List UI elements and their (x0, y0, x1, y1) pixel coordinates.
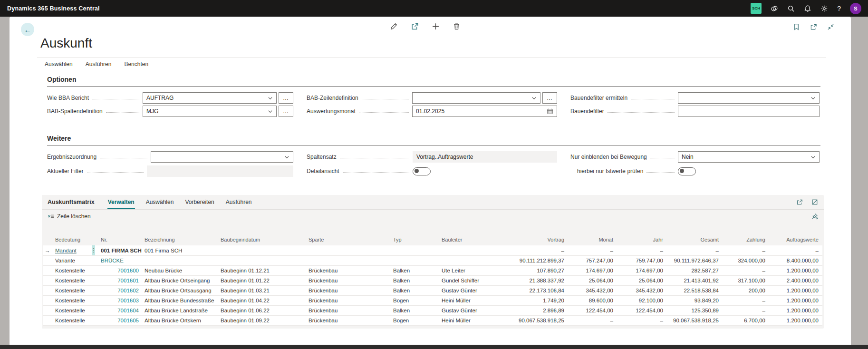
pin-icon[interactable] (811, 213, 818, 220)
column-header-zahlung[interactable]: Zahlung (723, 235, 769, 245)
nr-link[interactable]: 7001600 (117, 268, 139, 273)
cell-monat: 174.697,00 (568, 266, 617, 276)
delete-line-button[interactable]: Zeile löschen (48, 213, 91, 220)
search-icon[interactable] (787, 5, 795, 12)
table-row-kostenstelle[interactable]: Kostenstelle7001604Altbau Brücke Landstr… (43, 306, 822, 316)
share-icon[interactable] (411, 22, 419, 30)
calendar-icon[interactable] (547, 108, 553, 115)
cell-baubeginndatum (219, 256, 307, 266)
cell-nr[interactable]: 7001602 (99, 286, 143, 296)
tab-auswaehlen[interactable]: Auswählen (145, 196, 174, 209)
expand-part-icon[interactable] (811, 199, 818, 205)
table-row-mandant[interactable]: →Mandant⋮001 FIRMA SCH001 Firma SCH–––––… (43, 245, 822, 256)
ergebniszuordnung-select[interactable] (151, 151, 293, 163)
copilot-icon[interactable] (771, 5, 778, 12)
cell-nr[interactable]: 7001604 (99, 306, 143, 316)
cell-bedeutung[interactable]: Mandant (53, 245, 90, 256)
column-header-empty[interactable] (43, 235, 53, 245)
cell-baubeginndatum: Baubeginn 01.06.22 (219, 306, 307, 316)
table-row-kostenstelle[interactable]: Kostenstelle7001603Altbau Brücke Bundess… (43, 296, 822, 306)
cell-nr[interactable]: 7001600 (99, 266, 143, 276)
cell-monat: 89.600,00 (568, 296, 617, 306)
table-row-kostenstelle[interactable]: Kostenstelle7001602Altbau Brücke Ortsaus… (43, 286, 822, 296)
cell-nr[interactable]: 7001603 (99, 296, 143, 306)
table-row-kostenstelle[interactable]: Kostenstelle7001605Altbau Brücke Ortsker… (43, 316, 822, 326)
bab-zeilendefinition-select[interactable] (412, 92, 540, 104)
row-context-menu-icon[interactable]: ⋮ (92, 245, 95, 255)
nr-link[interactable]: 7001604 (117, 308, 139, 313)
column-header-vortrag[interactable]: Vortrag (510, 235, 568, 245)
column-header-bauleiter[interactable]: Bauleiter (440, 235, 510, 245)
user-avatar[interactable]: S (850, 3, 861, 14)
field-spaltensatz: Spaltensatz Vortrag..Auftragswerte (307, 151, 557, 163)
column-header-bezeichnung[interactable]: Bezeichnung (143, 235, 219, 245)
cell-row-menu[interactable]: ⋮ (90, 245, 99, 256)
table-row-kostenstelle[interactable]: Kostenstelle7001600Neubau BrückeBaubegin… (43, 266, 822, 276)
auswertungsmonat-date-input[interactable]: 01.02.2025 (412, 106, 557, 117)
column-header-empty[interactable] (90, 235, 99, 245)
nr-link[interactable]: 7001605 (117, 318, 139, 323)
settings-gear-icon[interactable] (820, 5, 828, 12)
share-part-icon[interactable] (796, 199, 803, 205)
column-header-jahr[interactable]: Jahr (617, 235, 667, 245)
istwerte-pruefen-toggle[interactable] (678, 167, 696, 175)
bab-spaltendefinition-lookup-button[interactable]: … (279, 106, 293, 117)
page-corner-icons (793, 23, 834, 30)
table-row-variante[interactable]: VarianteBRÜCKE90.111.212.899,37757.247,0… (43, 256, 822, 266)
environment-badge[interactable]: SCH (751, 3, 762, 14)
nr-link[interactable]: BRÜCKE (101, 258, 124, 263)
bauendefilter-ermitteln-select[interactable] (678, 92, 820, 104)
tab-verwalten[interactable]: Verwalten (107, 196, 135, 209)
field-istwerte-pruefen: hierbei nur Istwerte prüfen (577, 165, 820, 177)
row-selector-arrow (43, 286, 53, 296)
table-header-row: BedeutungNr.BezeichnungBaubeginndatumSpa… (43, 235, 822, 245)
column-header-gesamt[interactable]: Gesamt (667, 235, 723, 245)
tab-ausfuehren[interactable]: Ausführen (225, 196, 252, 209)
mandant-link[interactable]: Mandant (55, 248, 77, 253)
dotted-leader (650, 158, 675, 158)
date-value: 01.02.2025 (416, 108, 444, 115)
delete-trash-icon[interactable] (453, 22, 461, 30)
menu-berichten[interactable]: Berichten (124, 61, 148, 68)
column-header-monat[interactable]: Monat (568, 235, 617, 245)
nr-link[interactable]: 7001603 (117, 298, 139, 303)
menu-auswaehlen[interactable]: Auswählen (45, 61, 73, 68)
open-in-new-window-icon[interactable] (810, 23, 817, 30)
cell-nr[interactable]: BRÜCKE (99, 256, 143, 266)
column-header-sparte[interactable]: Sparte (307, 235, 391, 245)
cell-sparte: Brückenbau (307, 316, 391, 326)
column-header-auftragswerte[interactable]: Auftragswerte (769, 235, 822, 245)
collapse-icon[interactable] (827, 23, 834, 30)
detailansicht-toggle[interactable] (413, 167, 431, 175)
edit-pencil-icon[interactable] (390, 22, 398, 30)
vertical-separator (101, 198, 101, 206)
wie-bba-bericht-lookup-button[interactable]: … (279, 92, 293, 104)
nr-link[interactable]: 7001601 (117, 278, 139, 283)
bab-spaltendefinition-select[interactable]: MJG (143, 106, 277, 117)
bab-zeilendefinition-lookup-button[interactable]: … (542, 92, 557, 104)
tab-vorbereiten[interactable]: Vorbereiten (184, 196, 214, 209)
nur-einblenden-select[interactable]: Nein (678, 151, 820, 163)
cell-monat: 122.454,00 (568, 306, 617, 316)
new-plus-icon[interactable] (432, 22, 440, 30)
wie-bba-bericht-select[interactable]: AUFTRAG (143, 92, 277, 104)
menu-ausfuehren[interactable]: Ausführen (86, 61, 112, 68)
nr-link[interactable]: 7001602 (117, 288, 139, 293)
row-selector-arrow (43, 266, 53, 276)
column-header-typ[interactable]: Typ (391, 235, 440, 245)
column-header-baubeginndatum[interactable]: Baubeginndatum (219, 235, 307, 245)
chevron-down-icon (810, 96, 816, 101)
back-button[interactable]: ← (21, 23, 34, 36)
cell-gesamt: 22.518.538,84 (667, 286, 723, 296)
cell-bezeichnung: Altbau Brücke Landstraße (143, 306, 219, 316)
column-header-nr[interactable]: Nr. (99, 235, 143, 245)
cell-nr[interactable]: 7001605 (99, 316, 143, 326)
notifications-icon[interactable] (804, 5, 811, 12)
cell-bezeichnung (143, 256, 219, 266)
cell-nr[interactable]: 7001601 (99, 276, 143, 286)
column-header-bedeutung[interactable]: Bedeutung (53, 235, 90, 245)
help-icon[interactable]: ? (837, 5, 841, 12)
bookmark-icon[interactable] (793, 23, 800, 30)
bauendefilter-input[interactable] (678, 106, 820, 117)
table-row-kostenstelle[interactable]: Kostenstelle7001601Altbau Brücke Ortsein… (43, 276, 822, 286)
